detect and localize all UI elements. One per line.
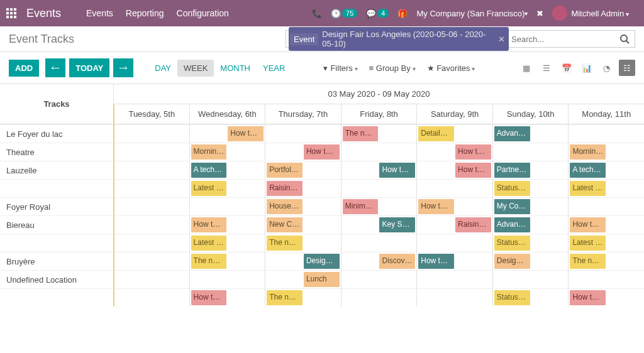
gantt-cell[interactable]: [113, 143, 189, 161]
tab-week[interactable]: WEEK: [177, 60, 214, 77]
event-pill[interactable]: Lunch: [304, 272, 340, 287]
gantt-cell[interactable]: Partnersh…: [492, 161, 569, 179]
event-pill[interactable]: How to d…: [570, 290, 606, 305]
event-pill[interactable]: Minimal b…: [343, 199, 379, 214]
event-pill[interactable]: Morning …: [570, 144, 606, 160]
gantt-cell[interactable]: [341, 270, 417, 288]
gantt-cell[interactable]: [113, 252, 189, 270]
event-pill[interactable]: The new …: [191, 254, 227, 269]
search-input[interactable]: [511, 35, 617, 44]
view-graph-icon[interactable]: 📊: [579, 60, 595, 76]
event-pill[interactable]: My Comp…: [494, 199, 530, 214]
gantt-cell[interactable]: [189, 270, 265, 288]
gantt-cell[interactable]: The new …: [265, 234, 341, 252]
gantt-cell[interactable]: How to d…: [189, 288, 265, 307]
debug-icon[interactable]: ✖: [536, 9, 543, 18]
event-pill[interactable]: How to in…: [228, 126, 264, 141]
gantt-cell[interactable]: [341, 234, 417, 252]
event-pill[interactable]: How to b…: [570, 217, 606, 232]
tab-year[interactable]: YEAR: [257, 60, 291, 77]
gantt-cell[interactable]: [113, 234, 189, 252]
gantt-cell[interactable]: How to d…: [416, 143, 492, 161]
event-pill[interactable]: New Certi…: [267, 217, 303, 232]
search-tag-close-icon[interactable]: ✕: [496, 35, 508, 44]
gantt-cell[interactable]: New Certi…: [265, 215, 341, 234]
gantt-cell[interactable]: How to b…: [568, 215, 644, 234]
gantt-cell[interactable]: My Comp…: [492, 197, 569, 215]
view-activity-icon[interactable]: ◔: [599, 60, 615, 76]
gantt-cell[interactable]: How to in…: [189, 124, 265, 143]
gantt-cell[interactable]: [492, 143, 569, 161]
event-pill[interactable]: The new …: [267, 290, 303, 305]
user-menu[interactable]: Mitchell Admin: [552, 6, 629, 21]
event-pill[interactable]: How to o…: [418, 199, 454, 214]
gantt-cell[interactable]: Morning …: [189, 143, 265, 161]
nav-events[interactable]: Events: [86, 8, 113, 18]
gantt-cell[interactable]: [113, 270, 189, 288]
event-pill[interactable]: Latest tre…: [570, 181, 606, 196]
add-button[interactable]: ADD: [9, 60, 39, 77]
gantt-cell[interactable]: Advanced…: [492, 124, 569, 143]
view-list-icon[interactable]: ☰: [538, 60, 555, 76]
event-pill[interactable]: Latest tre…: [191, 236, 227, 251]
event-pill[interactable]: Status & …: [494, 181, 530, 196]
gantt-cell[interactable]: Key Succ…: [341, 215, 417, 234]
gantt-cell[interactable]: [113, 288, 189, 307]
gantt-cell[interactable]: [568, 197, 644, 215]
gantt-cell[interactable]: [492, 270, 569, 288]
event-pill[interactable]: Status & …: [494, 290, 530, 305]
gantt-cell[interactable]: Design co…: [265, 252, 341, 270]
gantt-cell[interactable]: Detailed r…: [416, 124, 492, 143]
gantt-cell[interactable]: Latest tre…: [189, 234, 265, 252]
search-icon[interactable]: [617, 34, 632, 44]
gantt-cell[interactable]: Design co…: [492, 252, 569, 270]
event-pill[interactable]: Detailed r…: [418, 126, 454, 141]
phone-icon[interactable]: 📞: [312, 9, 322, 18]
event-pill[interactable]: Design co…: [494, 254, 530, 269]
event-pill[interactable]: The new …: [267, 236, 303, 251]
gantt-cell[interactable]: [265, 124, 341, 143]
gantt-cell[interactable]: [113, 197, 189, 215]
app-brand[interactable]: Events: [26, 7, 61, 20]
today-button[interactable]: TODAY: [69, 58, 109, 77]
gantt-cell[interactable]: How to o…: [416, 197, 492, 215]
gantt-cell[interactable]: The new …: [189, 252, 265, 270]
event-pill[interactable]: Raising q…: [455, 217, 491, 232]
groupby-dropdown[interactable]: ≡ Group By: [369, 63, 416, 73]
gantt-cell[interactable]: [341, 288, 417, 307]
event-pill[interactable]: Discover …: [379, 254, 415, 269]
event-pill[interactable]: A technic…: [191, 163, 227, 178]
gantt-cell[interactable]: How to c…: [341, 161, 417, 179]
gantt-cell[interactable]: [189, 197, 265, 215]
favorites-dropdown[interactable]: ★ Favorites: [427, 63, 475, 73]
gantt-cell[interactable]: Latest tre…: [568, 179, 644, 197]
event-pill[interactable]: A technic…: [570, 163, 606, 178]
gantt-cell[interactable]: Status & …: [492, 234, 569, 252]
gantt-cell[interactable]: Status & …: [492, 179, 569, 197]
nav-configuration[interactable]: Configuration: [177, 8, 229, 18]
event-pill[interactable]: Advanced…: [494, 126, 530, 141]
prev-button[interactable]: 🡐: [45, 58, 65, 77]
filters-dropdown[interactable]: ▾ Filters: [323, 63, 358, 73]
event-pill[interactable]: Advanced…: [494, 217, 530, 232]
gantt-cell[interactable]: How to i…: [416, 252, 492, 270]
gantt-cell[interactable]: Advanced…: [492, 215, 569, 234]
gantt-cell[interactable]: [113, 179, 189, 197]
gantt-cell[interactable]: Portfolio …: [265, 161, 341, 179]
gantt-cell[interactable]: [416, 234, 492, 252]
gantt-cell[interactable]: [113, 215, 189, 234]
gantt-cell[interactable]: The new …: [265, 288, 341, 307]
search-bar[interactable]: Event Design Fair Los Angeles (2020-05-0…: [286, 30, 635, 48]
gantt-cell[interactable]: [568, 124, 644, 143]
event-pill[interactable]: Morning …: [191, 144, 227, 160]
gantt-cell[interactable]: How to fo…: [416, 161, 492, 179]
event-pill[interactable]: How to i…: [418, 254, 454, 269]
gantt-cell[interactable]: Raising q…: [265, 179, 341, 197]
event-pill[interactable]: How to d…: [304, 144, 340, 160]
gantt-cell[interactable]: [416, 179, 492, 197]
gantt-cell[interactable]: Status & …: [492, 288, 569, 307]
event-pill[interactable]: How to fo…: [455, 163, 491, 178]
event-pill[interactable]: Latest tre…: [570, 236, 606, 251]
event-pill[interactable]: Key Succ…: [379, 217, 415, 232]
gantt-cell[interactable]: How to d…: [568, 288, 644, 307]
